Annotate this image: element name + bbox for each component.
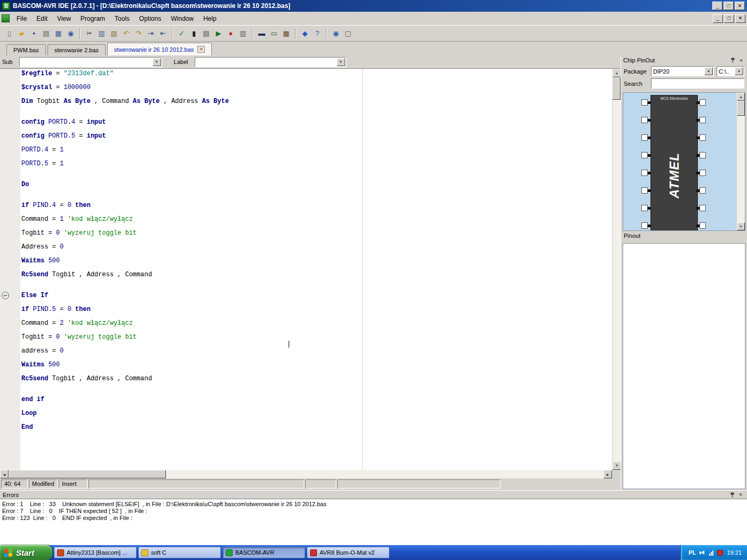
- tab-stwerowanie-ir-26-10-2012-bas[interactable]: stwerowanie ir 26 10 2012.bas✕: [107, 43, 212, 55]
- mdi-close-button[interactable]: ✕: [735, 14, 745, 23]
- error-marker-icon[interactable]: ↩: [2, 292, 9, 299]
- menu-options[interactable]: Options: [134, 13, 166, 25]
- editor-vertical-scrollbar[interactable]: ▲ ▼: [612, 69, 621, 470]
- error-row[interactable]: Error : 7 Line : 0 IF THEN expected [ 52…: [2, 508, 745, 515]
- code-line: [21, 355, 612, 362]
- dock-pin-icon[interactable]: [729, 57, 736, 64]
- close-panel-icon[interactable]: ✕: [737, 491, 744, 498]
- taskbar-task[interactable]: AVR8 Burn-O-Mat v2: [307, 547, 390, 558]
- scroll-down-icon[interactable]: ▼: [737, 222, 745, 230]
- package-combobox[interactable]: DIP20 ▼: [651, 66, 714, 76]
- toolbar-indent-button[interactable]: ⇥: [145, 28, 157, 39]
- toolbar-lcd-designer-button[interactable]: ▭: [268, 28, 280, 39]
- toolbar-new-file-button[interactable]: ▯: [3, 28, 15, 39]
- menu-file[interactable]: File: [12, 13, 31, 25]
- toolbar-copy-button[interactable]: ▥: [96, 28, 108, 39]
- chip-pin-left: [641, 99, 648, 106]
- toolbar-help-button[interactable]: ?: [311, 28, 323, 39]
- toolbar-cut-button[interactable]: ✂: [83, 28, 96, 39]
- toolbar-find-in-files-button[interactable]: ◉: [330, 28, 342, 39]
- toolbar-print-setup-button[interactable]: ▤: [40, 28, 52, 39]
- vertical-scroll-thumb[interactable]: [612, 77, 621, 100]
- toolbar-lib-manager-button[interactable]: ▩: [280, 28, 292, 39]
- toolbar-syntax-check-button[interactable]: ✓: [176, 28, 188, 39]
- menu-window[interactable]: Window: [166, 13, 198, 25]
- chip-scroll-thumb[interactable]: [737, 101, 745, 116]
- pinout-label: Pinout: [624, 233, 640, 239]
- toolbar-info-button[interactable]: ◆: [299, 28, 311, 39]
- taskbar-task[interactable]: Attiny2313 [Bascom] ...: [54, 547, 137, 558]
- scroll-down-icon[interactable]: ▼: [613, 461, 621, 470]
- task-icon: [57, 549, 64, 556]
- toolbar-show-result-button[interactable]: ▤: [200, 28, 212, 39]
- taskbar-task[interactable]: BASCOM-AVR: [222, 547, 305, 558]
- network-icon[interactable]: [709, 550, 713, 556]
- editor-horizontal-scrollbar[interactable]: ◀ ▶: [0, 470, 612, 478]
- menu-edit[interactable]: Edit: [31, 13, 52, 25]
- error-row[interactable]: Error : 123 Line : 0 END IF expected , i…: [2, 515, 745, 522]
- toolbar-exit-button[interactable]: ▢: [342, 28, 354, 39]
- toolbar-compile-button[interactable]: ▮: [188, 28, 200, 39]
- chip-preview-area[interactable]: MCS Electronics ATMEL ▲ ▼: [623, 92, 745, 231]
- path-combobox[interactable]: C:\.. ▼: [717, 66, 744, 76]
- help-icon: ?: [315, 30, 319, 37]
- toolbar-print-button[interactable]: ▦: [52, 28, 65, 39]
- code-line: [21, 278, 612, 285]
- menu-view[interactable]: View: [52, 13, 76, 25]
- chevron-down-icon[interactable]: ▼: [337, 58, 345, 66]
- toolbar-separator: [252, 28, 253, 39]
- search-input[interactable]: [651, 78, 744, 89]
- toolbar-save-file-button[interactable]: ▪: [28, 28, 40, 39]
- security-alert-icon[interactable]: [717, 550, 723, 556]
- scroll-left-icon[interactable]: ◀: [0, 470, 9, 478]
- horizontal-scroll-thumb[interactable]: [9, 470, 166, 478]
- language-indicator[interactable]: PL: [688, 549, 696, 556]
- toolbar-redo-button[interactable]: ↷: [132, 28, 145, 39]
- code-editor[interactable]: ↩ $regfile = "2313def.dat" $crystal = 10…: [0, 68, 621, 470]
- menu-help[interactable]: Help: [198, 13, 221, 25]
- toolbar-unindent-button[interactable]: ⇤: [157, 28, 169, 39]
- taskbar-task[interactable]: soft C: [138, 547, 221, 558]
- label-combobox[interactable]: ▼: [195, 57, 346, 67]
- tab-pwm-bas[interactable]: PWM.bas: [6, 44, 46, 55]
- error-row[interactable]: Error : 1 Line : 33 Unknown statement [E…: [2, 501, 745, 508]
- toolbar-find-button[interactable]: ◉: [65, 28, 77, 39]
- toolbar-open-file-button[interactable]: ▰: [15, 28, 28, 39]
- start-button[interactable]: Start: [0, 545, 52, 560]
- mdi-minimize-button[interactable]: _: [713, 14, 723, 23]
- sub-combobox[interactable]: ▼: [19, 57, 162, 67]
- package-value: DIP20: [651, 68, 704, 75]
- code-line: Address = 0: [21, 244, 612, 251]
- scroll-up-icon[interactable]: ▲: [737, 93, 745, 101]
- code-line: [21, 285, 612, 292]
- menu-program[interactable]: Program: [76, 13, 110, 25]
- code-line: $crystal = 1000000: [21, 84, 612, 91]
- toolbar-terminal-emulator-button[interactable]: ▬: [256, 28, 268, 39]
- menu-tools[interactable]: Tools: [110, 13, 134, 25]
- close-button[interactable]: ✕: [735, 2, 745, 10]
- tab-sterowanie-2-bas[interactable]: sterowanie 2.bas: [47, 44, 106, 55]
- minimize-button[interactable]: _: [712, 2, 722, 10]
- code-area[interactable]: $regfile = "2313def.dat" $crystal = 1000…: [20, 69, 612, 470]
- insert-indicator: Insert: [59, 479, 88, 489]
- chevron-down-icon[interactable]: ▼: [704, 67, 713, 75]
- dock-pin-icon[interactable]: [728, 491, 736, 498]
- close-panel-icon[interactable]: ✕: [737, 57, 745, 64]
- toolbar-simulate-button[interactable]: ▶: [212, 28, 225, 39]
- scroll-up-icon[interactable]: ▲: [613, 69, 621, 77]
- volume-icon[interactable]: [700, 550, 705, 556]
- info-icon: ◆: [303, 30, 308, 37]
- chevron-down-icon[interactable]: ▼: [735, 67, 743, 75]
- toolbar-paste-button[interactable]: ▧: [108, 28, 120, 39]
- app-icon: B: [2, 2, 10, 10]
- toolbar-report-button[interactable]: ▥: [237, 28, 249, 39]
- restore-button[interactable]: □: [724, 2, 734, 10]
- scroll-right-icon[interactable]: ▶: [603, 470, 612, 478]
- tab-close-icon[interactable]: ✕: [197, 46, 205, 53]
- toolbar-undo-button[interactable]: ↶: [120, 28, 132, 39]
- toolbar-program-chip-button[interactable]: ●: [225, 28, 237, 39]
- report-icon: ▥: [240, 30, 246, 37]
- chevron-down-icon[interactable]: ▼: [153, 58, 161, 66]
- save-file-icon: ▪: [33, 30, 35, 37]
- mdi-restore-button[interactable]: □: [724, 14, 734, 23]
